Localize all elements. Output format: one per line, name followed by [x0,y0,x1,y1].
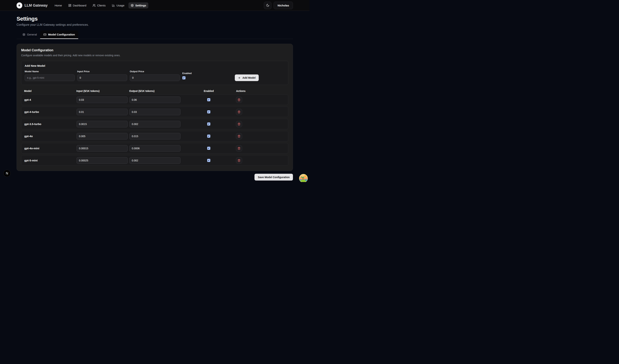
model-name-label: Model Name [25,70,75,73]
row-input-price-input[interactable] [77,109,128,115]
row-output-price-input[interactable] [129,157,181,164]
theme-toggle-button[interactable] [264,2,271,9]
trash-icon [238,98,240,101]
nav-item-clients[interactable]: Clients [90,2,108,8]
model-name: gpt-5-mini [24,159,77,162]
header-enabled: Enabled [182,90,236,93]
table-row: gpt-4o✔ [21,131,288,141]
add-new-model-title: Add New Model [25,64,285,67]
row-output-price-input[interactable] [129,109,181,115]
row-enabled-checkbox[interactable]: ✔ [207,135,210,138]
lightning-logo-icon [16,2,22,8]
gear-icon [22,33,25,36]
row-enabled-checkbox[interactable]: ✔ [207,159,210,162]
add-model-form: Model Name Input Price Output Price Enab… [25,70,285,81]
card-title: Model Configuration [21,48,288,52]
trash-icon [238,123,240,126]
output-price-input[interactable] [130,74,180,81]
model-configuration-card: Model Configuration Configure available … [16,44,293,171]
model-name: gpt-3.5-turbo [24,122,77,126]
model-name-field: Model Name [25,70,75,81]
input-price-label: Input Price [77,70,127,73]
header-model: Model [24,90,76,93]
page-subtitle: Configure your LLM Gateway settings and … [16,23,293,27]
input-price-field: Input Price [77,70,127,81]
enabled-checkbox[interactable]: ✔ [182,76,185,80]
enabled-label: Enabled [182,72,232,75]
row-enabled-checkbox[interactable]: ✔ [207,122,210,126]
table-row: gpt-3.5-turbo✔ [21,119,288,129]
table-row: gpt-4o-mini✔ [21,143,288,153]
input-price-input[interactable] [77,74,127,81]
nav-links: Home Dashboard Clients Usage Settings [52,2,149,8]
enabled-field: Enabled ✔ [182,72,232,81]
settings-tabs: General Model Configuration [16,30,293,39]
table-row: gpt-4✔ [21,94,288,105]
header-actions: Actions [236,90,285,93]
nav-right: Nicholas [264,2,293,9]
tab-model-configuration[interactable]: Model Configuration [40,30,78,39]
header-output-price: Output ($/1K tokens) [129,90,182,93]
top-nav: LLM Gateway Home Dashboard Clients Usage… [0,0,310,11]
nav-item-usage[interactable]: Usage [110,2,127,8]
table-row: gpt-5-mini✔ [21,155,288,166]
moon-icon [266,4,269,7]
model-name: gpt-4-turbo [24,110,77,113]
gear-icon [131,4,134,7]
row-output-price-input[interactable] [129,145,181,152]
trash-icon [238,135,240,138]
card-description: Configure available models and their pri… [21,54,288,57]
header-input-price: Input ($/1K tokens) [76,90,129,93]
users-icon [93,4,96,7]
nav-item-dashboard[interactable]: Dashboard [66,2,88,8]
table-row: gpt-4-turbo✔ [21,107,288,117]
row-input-price-input[interactable] [77,133,128,139]
row-enabled-checkbox[interactable]: ✔ [207,98,210,101]
models-table-header: Model Input ($/1K tokens) Output ($/1K t… [21,88,288,94]
add-model-button[interactable]: Add Model [235,74,259,81]
plus-icon [238,77,241,79]
delete-model-button[interactable] [236,133,242,139]
model-name-input[interactable] [25,74,75,81]
output-price-label: Output Price [130,70,180,73]
island-extension-icon[interactable] [299,174,308,182]
row-input-price-input[interactable] [77,157,128,164]
trash-icon [238,147,240,150]
output-price-field: Output Price [130,70,180,81]
delete-model-button[interactable] [236,145,242,151]
row-enabled-checkbox[interactable]: ✔ [207,147,210,150]
models-table-rows: gpt-4✔gpt-4-turbo✔gpt-3.5-turbo✔gpt-4o✔g… [21,94,288,166]
delete-model-button[interactable] [236,121,242,127]
delete-model-button[interactable] [236,109,242,115]
row-input-price-input[interactable] [77,145,128,152]
row-input-price-input[interactable] [77,96,128,103]
row-enabled-checkbox[interactable]: ✔ [207,110,210,113]
model-name: gpt-4o-mini [24,147,77,150]
dashboard-icon [68,4,71,7]
model-name: gpt-4o [24,135,77,138]
row-input-price-input[interactable] [77,121,128,127]
bar-chart-icon [112,4,115,7]
brand-name: LLM Gateway [25,3,48,8]
delete-model-button[interactable] [236,97,242,103]
user-menu-button[interactable]: Nicholas [274,2,293,9]
row-output-price-input[interactable] [129,133,181,139]
nextjs-dev-indicator[interactable]: N [3,170,11,177]
row-output-price-input[interactable] [129,96,181,103]
page-title: Settings [16,16,293,22]
delete-model-button[interactable] [236,157,242,164]
trash-icon [238,159,240,162]
model-name: gpt-4 [24,98,77,101]
row-output-price-input[interactable] [129,121,181,127]
add-new-model-panel: Add New Model Model Name Input Price Out… [21,61,288,85]
nav-item-settings[interactable]: Settings [128,2,148,8]
nav-item-home[interactable]: Home [52,2,64,8]
brand: LLM Gateway [16,2,48,8]
trash-icon [238,110,240,113]
save-model-configuration-button[interactable]: Save Model Configuration [254,174,293,181]
credit-card-icon [43,33,46,36]
tab-general[interactable]: General [19,30,40,39]
footer-actions: Save Model Configuration [254,174,293,181]
